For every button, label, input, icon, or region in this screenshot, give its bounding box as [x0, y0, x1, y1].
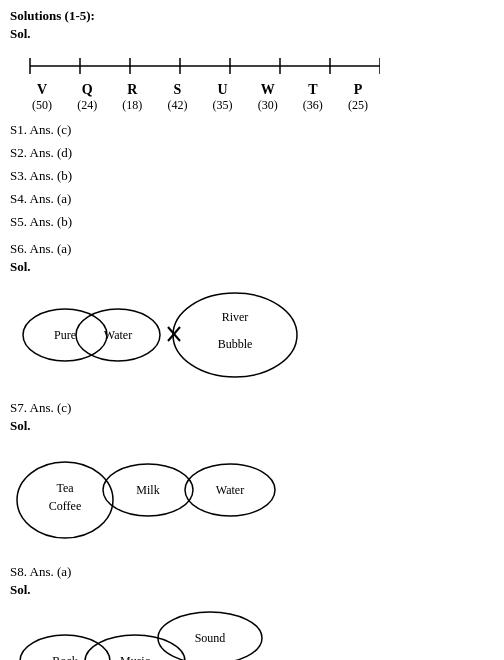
svg-point-15 — [173, 293, 297, 377]
svg-text:Rock: Rock — [52, 654, 77, 660]
svg-text:Tea: Tea — [56, 481, 74, 495]
svg-text:Milk: Milk — [136, 483, 159, 497]
timeline-container: V (50) Q (24) R (18) S (42) U (35) W (30… — [10, 50, 380, 113]
timeline-item-V: V (50) — [20, 82, 64, 113]
s7-diagram: Tea Coffee Milk Water — [10, 442, 494, 556]
s8-header: S8. Ans. (a) — [10, 564, 494, 580]
sol-label: Sol. — [10, 26, 494, 42]
svg-text:Water: Water — [216, 483, 244, 497]
svg-text:Sound: Sound — [195, 631, 226, 645]
answer-s4: S4. Ans. (a) — [10, 188, 494, 210]
timeline-item-R: R (18) — [110, 82, 154, 113]
s7-sol: Sol. — [10, 418, 494, 434]
timeline-item-W: W (30) — [246, 82, 290, 113]
timeline-svg — [20, 50, 380, 80]
answer-s2: S2. Ans. (d) — [10, 142, 494, 164]
timeline-item-Q: Q (24) — [65, 82, 109, 113]
svg-text:Coffee: Coffee — [49, 499, 81, 513]
s8-sol: Sol. — [10, 582, 494, 598]
svg-text:Pure: Pure — [54, 328, 76, 342]
timeline-labels: V (50) Q (24) R (18) S (42) U (35) W (30… — [20, 82, 380, 113]
section-title: Solutions (1-5): — [10, 8, 494, 24]
s6-diagram: Pure Water River Bubble — [10, 283, 494, 392]
timeline-item-T: T (36) — [291, 82, 335, 113]
timeline-item-S: S (42) — [155, 82, 199, 113]
answer-s1: S1. Ans. (c) — [10, 119, 494, 141]
timeline-item-P: P (25) — [336, 82, 380, 113]
svg-text:Water: Water — [104, 328, 132, 342]
svg-text:Music: Music — [120, 654, 150, 660]
answer-s5: S5. Ans. (b) — [10, 211, 494, 233]
s6-svg: Pure Water River Bubble — [10, 283, 310, 388]
timeline-item-U: U (35) — [201, 82, 245, 113]
svg-text:Bubble: Bubble — [218, 337, 253, 351]
s8-diagram: Rock Music Sound Classic — [10, 606, 494, 660]
s8-svg: Rock Music Sound Classic — [10, 606, 310, 660]
s6-sol: Sol. — [10, 259, 494, 275]
s7-svg: Tea Coffee Milk Water — [10, 442, 300, 552]
answers-block: S1. Ans. (c) S2. Ans. (d) S3. Ans. (b) S… — [10, 119, 494, 233]
s6-header: S6. Ans. (a) — [10, 241, 494, 257]
s7-header: S7. Ans. (c) — [10, 400, 494, 416]
answer-s3: S3. Ans. (b) — [10, 165, 494, 187]
svg-text:River: River — [222, 310, 249, 324]
